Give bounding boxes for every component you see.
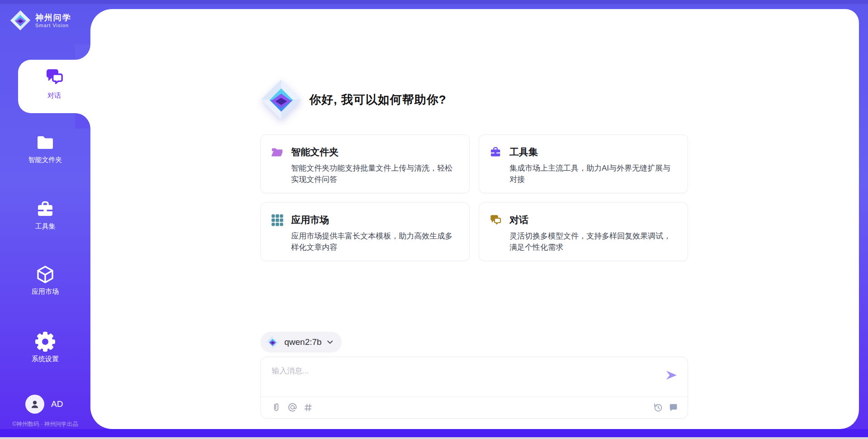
message-input[interactable]: [261, 357, 654, 395]
greeting: 你好, 我可以如何帮助你?: [260, 78, 446, 121]
grid-icon: [271, 214, 283, 226]
sidebar-item-app-market[interactable]: 应用市场: [0, 264, 90, 296]
model-name: qwen2:7b: [284, 337, 321, 347]
sidebar-item-label: 智能文件夹: [0, 156, 90, 164]
chat-bubble-icon: [669, 403, 678, 412]
main-content: 你好, 我可以如何帮助你? 智能文件夹 智能文件夹功能支持批量文件上传与清洗，轻…: [260, 9, 688, 429]
paperclip-icon: [272, 402, 281, 412]
model-logo-icon: [266, 335, 279, 349]
composer-divider: [261, 396, 688, 397]
greeting-logo-icon: [260, 78, 302, 121]
sidebar-item-label: 对话: [18, 91, 90, 100]
card-toolset[interactable]: 工具集 集成市场上主流工具，助力AI与外界无缝扩展与对接: [479, 134, 688, 193]
app-root: 神州问学 Smart Vision 对话 智能文件夹 工具集 应: [0, 0, 868, 439]
tab-curve-bottom: [75, 113, 90, 129]
sidebar-item-settings[interactable]: 系统设置: [0, 332, 90, 363]
folder-open-icon: [271, 146, 283, 158]
cube-icon: [35, 264, 55, 284]
gear-icon: [35, 332, 55, 352]
composer-left-tools: [272, 396, 313, 418]
card-description: 灵活切换多模型文件，支持多样回复效果调试，满足个性化需求: [509, 230, 678, 253]
mention-button[interactable]: [288, 402, 297, 412]
at-icon: [288, 402, 297, 412]
composer: [260, 357, 688, 419]
feedback-button[interactable]: [669, 402, 679, 412]
sidebar-item-label: 系统设置: [0, 355, 90, 363]
top-edge: [0, 0, 868, 4]
hash-icon: [303, 403, 313, 412]
bottom-strip: [0, 437, 868, 439]
folder-icon: [35, 133, 55, 153]
tab-curve-top: [75, 44, 90, 60]
hash-button[interactable]: [303, 402, 313, 412]
history-button[interactable]: [653, 402, 663, 412]
toolbox-icon: [35, 199, 55, 219]
card-title: 对话: [509, 214, 528, 226]
card-app-market[interactable]: 应用市场 应用市场提供丰富长文本模板，助力高效生成多样化文章内容: [260, 202, 470, 261]
card-title: 智能文件夹: [291, 146, 339, 158]
feature-cards: 智能文件夹 智能文件夹功能支持批量文件上传与清洗，轻松实现文件问答 工具集: [260, 134, 688, 261]
sidebar: 神州问学 Smart Vision 对话 智能文件夹 工具集 应: [0, 0, 90, 429]
user-icon: [29, 399, 40, 410]
brand-tagline: Smart Vision: [35, 23, 71, 29]
card-description: 应用市场提供丰富长文本模板，助力高效生成多样化文章内容: [291, 230, 459, 253]
history-icon: [653, 402, 663, 413]
card-description: 集成市场上主流工具，助力AI与外界无缝扩展与对接: [509, 162, 678, 185]
card-title: 应用市场: [291, 214, 329, 226]
avatar: [25, 395, 44, 414]
chat-icon: [489, 214, 502, 226]
user-name: AD: [51, 399, 63, 409]
card-title: 工具集: [509, 146, 538, 158]
attach-button[interactable]: [272, 402, 282, 412]
send-button[interactable]: [664, 368, 679, 383]
sidebar-item-label: 工具集: [0, 222, 90, 231]
model-selector[interactable]: qwen2:7b: [260, 332, 342, 353]
toolbox-icon: [489, 146, 502, 158]
card-description: 智能文件夹功能支持批量文件上传与清洗，轻松实现文件问答: [291, 162, 459, 185]
main-panel: 你好, 我可以如何帮助你? 智能文件夹 智能文件夹功能支持批量文件上传与清洗，轻…: [90, 9, 859, 429]
card-smart-folder[interactable]: 智能文件夹 智能文件夹功能支持批量文件上传与清洗，轻松实现文件问答: [260, 134, 470, 193]
send-icon: [665, 368, 678, 382]
brand-name: 神州问学: [35, 13, 71, 23]
sidebar-footer: ©神州数码 · 神州问学出品: [0, 420, 90, 428]
chevron-down-icon: [326, 339, 334, 346]
sidebar-item-toolset[interactable]: 工具集: [0, 199, 90, 231]
sidebar-item-chat[interactable]: 对话: [18, 60, 90, 113]
sidebar-item-smart-folder[interactable]: 智能文件夹: [0, 133, 90, 164]
greeting-title: 你好, 我可以如何帮助你?: [309, 92, 446, 108]
composer-right-tools: [653, 396, 679, 418]
card-chat[interactable]: 对话 灵活切换多模型文件，支持多样回复效果调试，满足个性化需求: [479, 202, 688, 261]
user-profile[interactable]: AD: [25, 395, 63, 414]
brand: 神州问学 Smart Vision: [10, 10, 71, 31]
sidebar-item-label: 应用市场: [0, 287, 90, 296]
brand-logo-icon: [10, 10, 31, 31]
chat-icon: [44, 67, 64, 87]
bottom-bar: [0, 429, 868, 437]
